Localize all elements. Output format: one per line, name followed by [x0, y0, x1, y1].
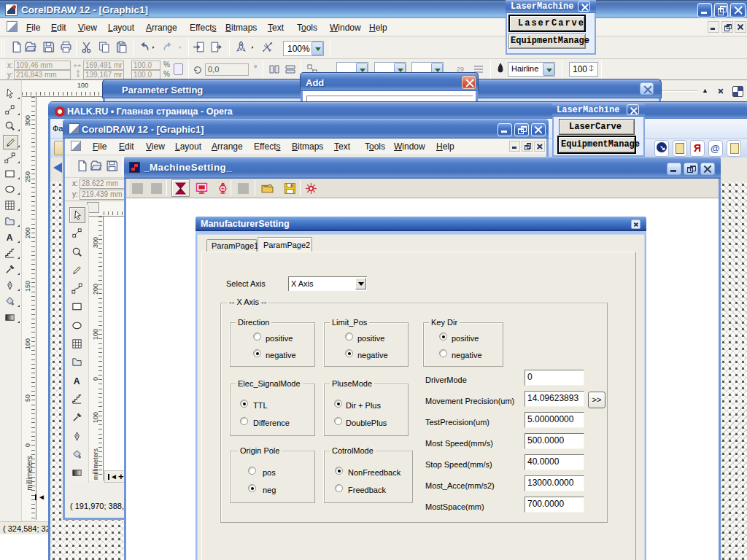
svg-text:A: A [7, 233, 13, 243]
svg-text:A: A [74, 376, 80, 386]
